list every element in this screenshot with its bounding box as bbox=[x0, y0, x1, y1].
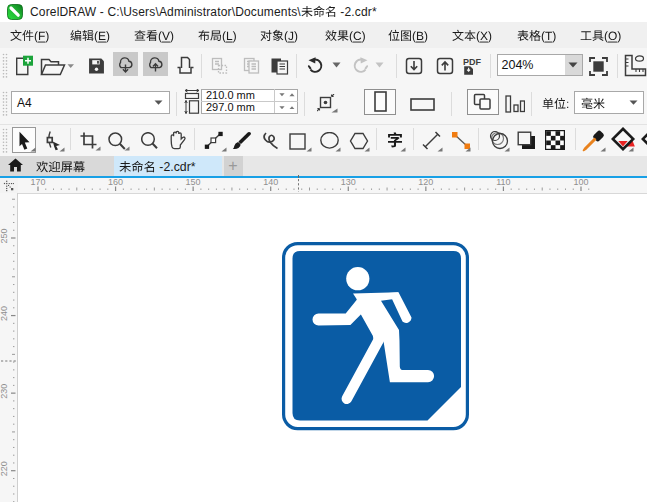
svg-text:160: 160 bbox=[108, 178, 123, 187]
svg-text:170: 170 bbox=[30, 178, 45, 187]
svg-text:220: 220 bbox=[0, 461, 9, 476]
svg-text:250: 250 bbox=[0, 228, 9, 243]
svg-text:240: 240 bbox=[0, 306, 9, 321]
svg-text:120: 120 bbox=[418, 178, 433, 187]
svg-text:230: 230 bbox=[0, 384, 9, 399]
svg-text:100: 100 bbox=[573, 178, 588, 187]
svg-text:130: 130 bbox=[340, 178, 355, 187]
svg-text:150: 150 bbox=[185, 178, 200, 187]
svg-text:140: 140 bbox=[263, 178, 278, 187]
svg-text:PDF: PDF bbox=[463, 56, 482, 66]
svg-text:110: 110 bbox=[496, 178, 510, 187]
